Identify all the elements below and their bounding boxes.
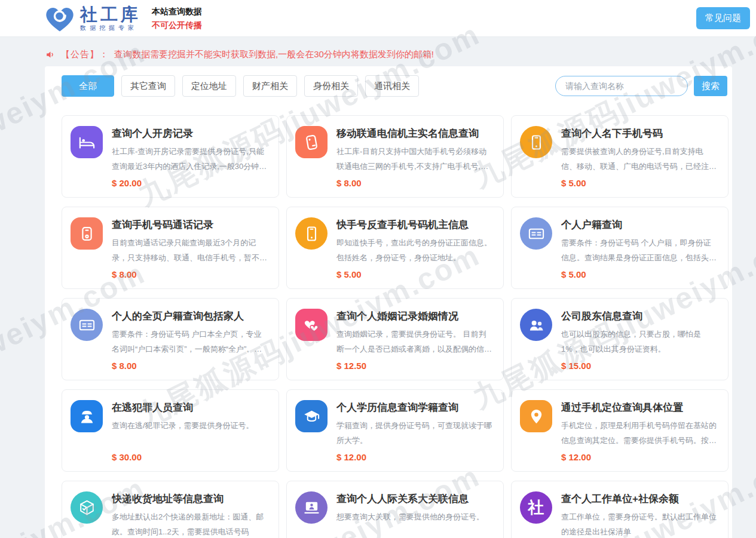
service-title: 快递收货地址等信息查询 [112,492,269,506]
phone-outline-icon [71,217,103,250]
service-card[interactable]: 查询手机号码通话记录 目前查询通话记录只能查询最近3个月的记录，只支持移动、联通… [62,207,279,289]
service-price: $ 8.00 [336,178,494,188]
service-price: $ 12.50 [336,361,494,371]
service-title: 通过手机定位查询具体位置 [561,401,718,414]
service-price: $ 8.00 [112,269,269,279]
main-panel: 全部其它查询定位地址财产相关身份相关通讯相关 搜索 查询个人开房记录 社工库-查… [45,66,732,538]
phone-icon [520,126,552,158]
service-price: $ 8.00 [112,361,269,371]
service-description: 查工作单位，需要身份证号。默认出工作单位的途径是出社保清单 [561,510,718,538]
hearts-icon [295,309,328,341]
shareholders-icon [520,309,552,341]
search-input[interactable] [555,76,688,96]
search-area: 搜索 [555,76,727,96]
site-title: 社工库 [80,5,141,24]
id-card-icon [520,217,552,250]
service-card-grid: 查询个人开房记录 社工库-查询开房记录需要提供身份证号,只能查询最近3年内的酒店… [62,115,729,538]
service-title: 查询手机号码通话记录 [112,218,269,232]
service-description: 查询婚姻记录，需要提供身份证号。 目前判断一个人是否已婚或者离婚，以及配偶的信息… [336,327,494,356]
service-description: 需要条件：身份证号码 个人户籍，即身份证信息。查询结果是身份证正面信息，包括头像… [561,236,718,265]
service-card[interactable]: 查询个人开房记录 社工库-查询开房记录需要提供身份证号,只能查询最近3年内的酒店… [62,115,279,198]
service-price: $ 5.00 [336,269,494,279]
bed-icon [71,126,103,158]
service-description: 需要提供被查询人的身份证号,目前支持电信、移动、联通、广电的电话号码，已经注销的… [561,145,718,174]
service-description: 目前查询通话记录只能查询最近3个月的记录，只支持移动、联通、电信手机号，暂不支持… [112,236,269,265]
service-title: 查个人工作单位+社保余额 [561,492,718,506]
location-pin-icon [520,400,552,432]
filter-tab-3[interactable]: 财产相关 [243,75,297,97]
service-price: $ 12.00 [336,452,494,462]
service-card[interactable]: 公司股东信息查询 也可以出股东的信息，只要占股，哪怕是1%，也可以出其身份证资料… [511,298,729,380]
service-card[interactable]: 移动联通电信机主实名信息查询 社工库-目前只支持中国大陆手机号必须移动联通电信三… [286,115,504,198]
service-card[interactable]: 查询个人人际关系大关联信息 想要查询大关联，需要提供他的身份证号。 [286,481,504,538]
speaker-icon [45,50,56,60]
service-card[interactable]: 查询个人名下手机号码 需要提供被查询人的身份证号,目前支持电信、移动、联通、广电… [511,115,729,198]
toolbar: 全部其它查询定位地址财产相关身份相关通讯相关 搜索 [62,75,729,97]
service-card[interactable]: 查询个人婚姻记录婚姻情况 查询婚姻记录，需要提供身份证号。 目前判断一个人是否已… [286,298,504,380]
service-title: 个人的全页户籍查询包括家人 [112,309,269,323]
site-subtitle: 数据挖掘专家 [80,24,141,31]
service-description: 需要条件：身份证号码 户口本全户页，专业名词叫“户口本索引页”，一般简称“全户”… [112,327,269,356]
service-description: 即知道快手号，查出此号的身份证正面信息。包括姓名，身份证号，身份证地址。 [336,236,494,265]
filter-tab-0[interactable]: 全部 [62,75,114,97]
id-card-icon [71,309,103,341]
service-title: 个人学历信息查询学籍查询 [336,401,494,414]
announcement-label: 【公告】： [61,49,109,60]
header-notice: 本站查询数据 不可公开传播 [152,5,202,32]
service-price: $ 20.00 [112,178,269,188]
she-character-icon: 社 [520,491,552,524]
service-card[interactable]: 快递收货地址等信息查询 多地址默认出2个快递的最新地址：圆通、邮政。查询时间1.… [62,481,279,538]
service-price: $ 30.00 [112,452,269,462]
service-title: 快手号反查手机号码机主信息 [336,218,494,232]
search-button[interactable]: 搜索 [694,76,727,96]
service-description: 社工库-目前只支持中国大陆手机号必须移动联通电信三网的手机号,不支持广电手机号,… [336,145,494,174]
service-title: 在逃犯罪人员查询 [112,401,269,414]
logo: 社工库 数据挖掘专家 [43,4,141,33]
sim-tag-icon [295,126,328,158]
service-title: 查询个人名下手机号码 [561,127,718,140]
service-card[interactable]: 个人学历信息查询学籍查询 学籍查询，提供身份证号码，可查现就读于哪所大学。 $ … [286,389,504,472]
header: 社工库 数据挖掘专家 本站查询数据 不可公开传播 常见问题 [0,0,756,37]
service-description: 想要查询大关联，需要提供他的身份证号。 [336,510,494,525]
service-description: 查询在逃/犯罪记录，需要提供身份证号。 [112,419,269,434]
faq-button[interactable]: 常见问题 [696,7,750,29]
service-card[interactable]: 通过手机定位查询具体位置 手机定位，原理是利用手机号码停留在基站的信息查询其定位… [511,389,729,472]
notice-line-1: 本站查询数据 [152,5,202,18]
service-description: 学籍查询，提供身份证号码，可查现就读于哪所大学。 [336,419,494,448]
heart-logo-icon [43,4,76,33]
service-price: $ 12.00 [561,452,718,462]
service-description: 社工库-查询开房记录需要提供身份证号,只能查询最近3年内的酒店入住记录,一般30… [112,145,269,174]
announcement-bar: 【公告】： 查询数据需要挖掘并不能实时获取到数据,一般会在30分钟内将数据发到你… [0,37,756,66]
service-card[interactable]: 快手号反查手机号码机主信息 即知道快手号，查出此号的身份证正面信息。包括姓名，身… [286,207,504,289]
service-description: 多地址默认出2个快递的最新地址：圆通、邮政。查询时间1..2天，需要提供电话号码 [112,510,269,538]
service-title: 查询个人人际关系大关联信息 [336,492,494,506]
service-price: $ 5.00 [561,269,718,279]
package-box-icon [71,491,103,524]
service-card[interactable]: 社 查个人工作单位+社保余额 查工作单位，需要身份证号。默认出工作单位的途径是出… [511,481,729,538]
filter-tab-4[interactable]: 身份相关 [304,75,358,97]
service-card[interactable]: 个人户籍查询 需要条件：身份证号码 个人户籍，即身份证信息。查询结果是身份证正面… [511,207,729,289]
service-title: 个人户籍查询 [561,218,718,232]
service-title: 查询个人开房记录 [112,127,269,140]
announcement-text: 查询数据需要挖掘并不能实时获取到数据,一般会在30分钟内将数据发到你的邮箱! [114,49,434,60]
service-title: 移动联通电信机主实名信息查询 [336,127,494,140]
phone-icon [295,217,328,250]
service-card[interactable]: 在逃犯罪人员查询 查询在逃/犯罪记录，需要提供身份证号。 $ 30.00 [62,389,279,472]
service-description: 手机定位，原理是利用手机号码停留在基站的信息查询其定位。需要你提供手机号码。按次… [561,419,718,448]
icon-character: 社 [528,497,544,518]
service-price: $ 5.00 [561,178,718,188]
notice-line-2: 不可公开传播 [152,19,202,32]
service-card[interactable]: 个人的全页户籍查询包括家人 需要条件：身份证号码 户口本全户页，专业名词叫“户口… [62,298,279,380]
filter-tab-2[interactable]: 定位地址 [182,75,236,97]
service-price: $ 15.00 [561,361,718,371]
filter-tab-5[interactable]: 通讯相关 [365,75,419,97]
filter-tabs: 全部其它查询定位地址财产相关身份相关通讯相关 [62,75,419,97]
graduation-cap-icon [295,400,328,432]
police-icon [71,400,103,432]
person-monitor-icon [295,491,328,524]
filter-tab-1[interactable]: 其它查询 [121,75,175,97]
service-description: 也可以出股东的信息，只要占股，哪怕是1%，也可以出其身份证资料。 [561,327,718,356]
service-title: 查询个人婚姻记录婚姻情况 [336,309,494,323]
service-title: 公司股东信息查询 [561,309,718,323]
